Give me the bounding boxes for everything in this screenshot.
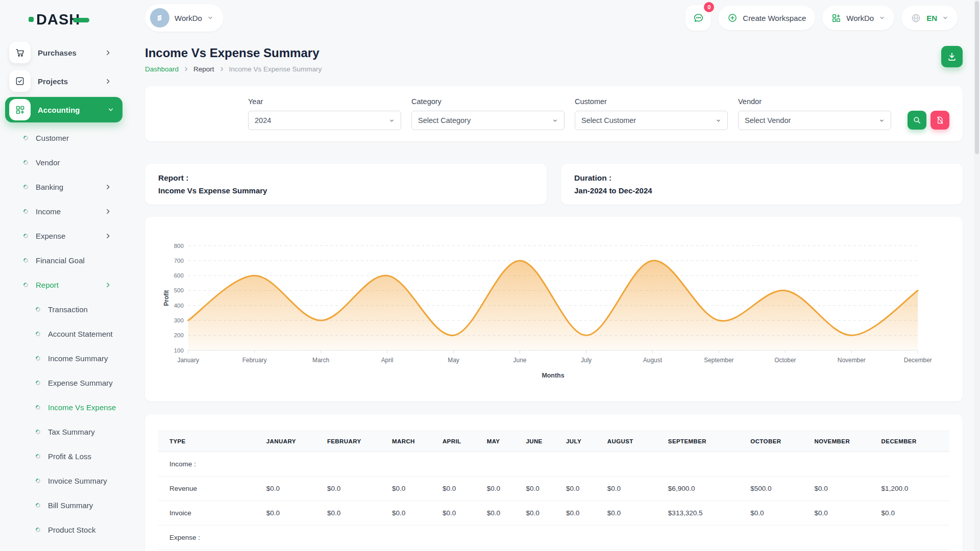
chevron-down-icon [879,14,885,22]
logo-dot-icon [29,17,34,22]
sidebar-item-label: Accounting [38,106,80,114]
sidebar-item-report[interactable]: Report [5,272,119,297]
reset-filter-button[interactable] [930,111,949,130]
sidebar-item-product-stock[interactable]: Product Stock [5,517,119,542]
create-workspace-button[interactable]: Create Workspace [718,6,815,30]
year-select[interactable]: 2024 [248,111,401,130]
sidebar-item-transaction[interactable]: Transaction [5,297,119,321]
row-label: Expense : [158,525,261,550]
workspace-avatar-icon [150,8,169,28]
sidebar-item-banking[interactable]: Banking [5,174,119,199]
sidebar-item-customer[interactable]: Customer [5,126,119,150]
sidebar-item-profit-loss[interactable]: Profit & Loss [5,444,119,468]
column-header-march: MARCH [387,431,437,452]
column-header-august: AUGUST [602,431,663,452]
cell-revenue-december: $1,200.0 [876,477,949,501]
sidebar-item-projects[interactable]: Projects [5,68,119,94]
sidebar-item-purchases[interactable]: Purchases [5,40,119,65]
column-header-type: TYPE [158,431,261,452]
sidebar-item-label: Report [36,281,59,289]
category-label: Category [411,97,565,106]
chevron-down-icon [389,118,395,123]
category-select[interactable]: Select Category [411,111,565,130]
scrollbar-thumb[interactable] [975,1,979,154]
cell-revenue-july: $0.0 [561,477,602,501]
app-logo[interactable]: DASH [29,8,122,31]
sidebar-item-bill-summary[interactable]: Bill Summary [5,493,119,517]
svg-text:May: May [448,357,459,364]
sidebar-item-label: Profit & Loss [48,452,91,461]
bullet-icon [35,404,41,411]
cell-expense-june [521,525,561,550]
sidebar-item-income-summary[interactable]: Income Summary [5,346,119,370]
sidebar-item-income[interactable]: Income [5,199,119,223]
sidebar-item-accounting[interactable]: Accounting [5,97,122,122]
sidebar-item-financial-goal[interactable]: Financial Goal [5,248,119,272]
svg-text:August: August [643,357,663,364]
duration-card-title: Duration : [574,173,949,183]
messages-button[interactable]: 0 [685,5,711,31]
cell-income-october [745,452,809,477]
svg-text:April: April [381,357,394,364]
sidebar-item-label: Financial Goal [36,256,85,265]
svg-text:September: September [704,357,733,364]
cell-expense-january [261,525,322,550]
sidebar-item-tax-summary[interactable]: Tax Summary [5,419,119,444]
sidebar-item-label: Account Statement [48,330,113,338]
row-label: Revenue [158,477,261,501]
svg-text:June: June [513,357,527,364]
row-label: Invoice [158,501,261,525]
sidebar-menu: PurchasesProjectsAccountingCustomerVendo… [0,40,122,551]
svg-text:Profit: Profit [163,290,170,306]
column-header-may: MAY [482,431,521,452]
cell-expense-november [809,525,876,550]
column-header-october: OCTOBER [745,431,809,452]
cell-invoice-march: $0.0 [387,501,437,525]
sidebar-item-income-vs-expense[interactable]: Income Vs Expense [5,395,119,419]
filters-card: Year 2024 Category Select Category Custo… [145,86,963,141]
sidebar-item-cash-flow[interactable]: Cash Flow [5,542,119,551]
breadcrumb-report-link[interactable]: Report [193,65,214,73]
sidebar-item-label: Expense [36,232,65,240]
svg-text:December: December [904,357,932,364]
sidebar-item-vendor[interactable]: Vendor [5,150,119,174]
vendor-select[interactable]: Select Vendor [738,111,891,130]
search-icon [913,116,921,124]
breadcrumb: Dashboard Report Income Vs Expense Summa… [145,65,322,73]
page-scrollbar[interactable] [974,0,980,551]
apply-filter-button[interactable] [908,111,926,130]
duration-summary-card: Duration : Jan-2024 to Dec-2024 [561,164,963,205]
cell-invoice-november: $0.0 [809,501,876,525]
bullet-icon [22,184,29,190]
download-report-button[interactable] [941,46,963,67]
language-button[interactable]: EN [901,6,958,30]
cell-revenue-may: $0.0 [482,477,521,501]
workdo-menu-button[interactable]: WorkDo [822,6,894,30]
section-row-income: Income : [158,452,949,477]
report-card-value: Income Vs Expense Summary [158,186,533,195]
chevron-right-icon [105,49,111,56]
summary-cards: Report : Income Vs Expense Summary Durat… [145,164,963,205]
sidebar-item-expense[interactable]: Expense [5,223,119,248]
workspace-switcher[interactable]: WorkDo [145,4,224,32]
bullet-icon [22,159,29,166]
sidebar-item-expense-summary[interactable]: Expense Summary [5,370,119,395]
bullet-icon [35,331,41,337]
customer-select[interactable]: Select Customer [575,111,728,130]
cell-invoice-february: $0.0 [322,501,387,525]
sidebar-item-label: Tax Summary [48,428,95,436]
cell-expense-september [663,525,745,550]
cell-expense-october [745,525,809,550]
cell-expense-december [876,525,949,550]
column-header-june: JUNE [521,431,561,452]
svg-text:February: February [242,357,267,364]
cell-invoice-september: $313,320.5 [663,501,745,525]
sidebar-item-invoice-summary[interactable]: Invoice Summary [5,468,119,493]
chevron-down-icon [716,118,721,123]
sidebar-item-label: Income Vs Expense [48,403,116,412]
sidebar-item-label: Bill Summary [48,501,93,510]
grid-plus-icon [831,13,841,23]
year-select-value: 2024 [255,116,271,124]
breadcrumb-dashboard-link[interactable]: Dashboard [145,65,179,73]
sidebar-item-account-statement[interactable]: Account Statement [5,321,119,346]
